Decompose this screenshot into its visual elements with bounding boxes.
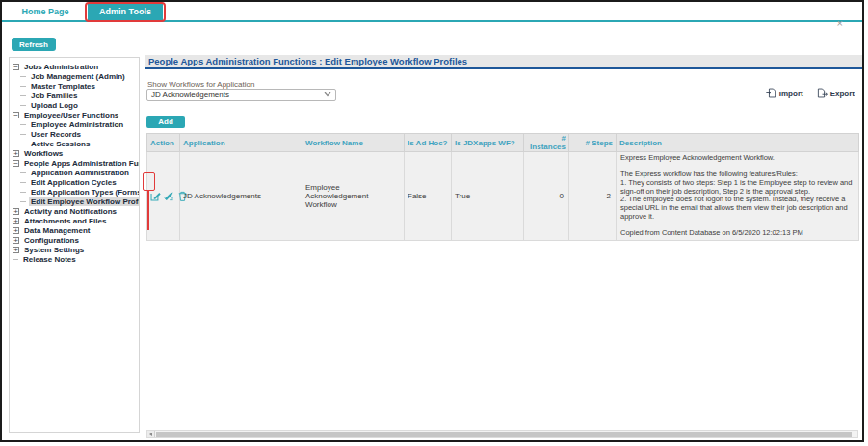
tab-underline (2, 20, 862, 22)
sidebar-item-release-notes[interactable]: Release Notes (10, 254, 139, 264)
tree-connector (20, 124, 26, 125)
sidebar-item-label: Application Administration (29, 169, 131, 177)
tree-connector (20, 144, 26, 144)
sidebar-item-label: Job Management (Admin) (29, 72, 127, 81)
sidebar-item-edit-employee-workflow-profiles[interactable]: Edit Employee Workflow Profiles (10, 197, 139, 206)
steps-cell: 2 (569, 152, 617, 241)
is-jdxapps-wf-cell: True (452, 152, 524, 241)
refresh-button[interactable]: Refresh (12, 38, 56, 51)
sidebar-item-employee-administration[interactable]: Employee Administration (10, 119, 139, 129)
tree-expand-icon[interactable]: + (13, 227, 19, 234)
sidebar-item-configurations[interactable]: + Configurations (10, 235, 139, 245)
application-select[interactable]: JD Acknowledgements (146, 89, 336, 101)
application-select-value: JD Acknowledgements (151, 91, 229, 99)
tree-collapse-icon[interactable]: − (13, 160, 19, 167)
sidebar-item-application-administration[interactable]: Application Administration (10, 168, 139, 177)
column-header-steps: # Steps (569, 134, 617, 152)
sidebar-item-label: Jobs Administration (22, 63, 100, 71)
tree-connector (20, 86, 26, 87)
tree-connector (20, 201, 26, 202)
sidebar-item-label: Master Templates (29, 82, 97, 91)
export-icon (817, 88, 828, 100)
sidebar-item-label: Workflows (22, 149, 65, 158)
sidebar-item-system-settings[interactable]: + System Settings (10, 245, 139, 254)
tree-collapse-icon[interactable]: − (13, 112, 19, 118)
tree-connector (20, 95, 26, 96)
sidebar-item-people-apps-administration-functions[interactable]: − People Apps Administration Functions (10, 158, 139, 168)
sidebar-item-label: System Settings (22, 246, 86, 254)
tree-connector (20, 192, 26, 193)
sidebar-item-label: Edit Employee Workflow Profiles (29, 197, 140, 206)
tree-connector (20, 105, 26, 106)
import-button[interactable]: Import (766, 88, 803, 100)
sidebar-item-activity-and-notifications[interactable]: + Activity and Notifications (10, 206, 139, 216)
scroll-left-button[interactable] (147, 431, 155, 437)
close-icon[interactable]: × (837, 18, 843, 29)
column-header-instances: # Instances (524, 134, 569, 152)
sidebar-item-label: User Records (29, 130, 83, 139)
tree-connector (20, 76, 26, 77)
sidebar-item-attachments-and-files[interactable]: + Attachments and Files (10, 216, 139, 225)
tree-collapse-icon[interactable]: − (13, 64, 19, 70)
instances-cell: 0 (524, 152, 569, 241)
application-cell: JD Acknowledgements (180, 152, 302, 241)
design-workflow-icon[interactable] (164, 191, 174, 201)
add-button[interactable]: Add (146, 116, 185, 128)
main-panel: People Apps Administration Functions : E… (145, 55, 862, 440)
column-header-application: Application (180, 134, 302, 152)
tree-connector (13, 259, 18, 260)
tree-expand-icon[interactable]: + (13, 218, 19, 224)
sidebar-item-user-records[interactable]: User Records (10, 129, 139, 139)
sidebar-item-data-management[interactable]: + Data Management (10, 225, 139, 235)
sidebar-item-label: Data Management (22, 226, 92, 235)
export-label: Export (830, 90, 855, 98)
sidebar-item-workflows[interactable]: + Workflows (10, 148, 139, 158)
workflows-table: Action Application Workflow Name Is Ad H… (146, 133, 859, 241)
sidebar-item-label: Release Notes (21, 255, 78, 264)
sidebar-item-label: Job Families (29, 92, 79, 100)
sidebar-item-jobs-administration[interactable]: − Jobs Administration (10, 62, 139, 71)
scrollbar-thumb[interactable] (156, 432, 852, 437)
import-icon (766, 88, 776, 100)
tree-expand-icon[interactable]: + (13, 208, 19, 215)
edit-icon[interactable] (150, 191, 161, 201)
horizontal-scrollbar[interactable] (146, 430, 858, 438)
column-header-workflow-name: Workflow Name (302, 134, 405, 152)
workflow-name-cell: Employee Acknowledgement Workflow (302, 152, 405, 241)
sidebar-item-label: Upload Logo (29, 101, 80, 110)
tree-expand-icon[interactable]: + (13, 237, 19, 244)
tree-expand-icon[interactable]: + (13, 150, 19, 157)
sidebar-item-edit-application-types-forms[interactable]: Edit Application Types (Forms) (10, 187, 139, 197)
tab-admin-tools[interactable]: Admin Tools (88, 4, 163, 20)
description-cell: Express Employee Acknowledgement Workflo… (617, 152, 859, 241)
tree-expand-icon[interactable]: + (13, 247, 19, 253)
sidebar-tree: − Jobs Administration Job Management (Ad… (9, 57, 140, 433)
tree-connector (20, 172, 26, 173)
page-title: People Apps Administration Functions : E… (145, 55, 862, 69)
sidebar-item-job-families[interactable]: Job Families (10, 91, 139, 100)
sidebar-item-label: Active Sessions (29, 140, 92, 148)
table-row: JD Acknowledgements Employee Acknowledge… (147, 152, 859, 241)
sidebar-item-job-management-admin[interactable]: Job Management (Admin) (10, 71, 139, 81)
is-ad-hoc-cell: False (405, 152, 452, 241)
sidebar-item-label: Edit Application Types (Forms) (29, 188, 140, 197)
sidebar-item-master-templates[interactable]: Master Templates (10, 81, 139, 91)
tree-connector (20, 182, 26, 183)
import-label: Import (779, 90, 803, 98)
sidebar-item-label: Activity and Notifications (22, 207, 118, 216)
filter-label: Show Workflows for Application (147, 80, 254, 89)
sidebar-item-edit-application-cycles[interactable]: Edit Application Cycles (10, 177, 139, 187)
export-button[interactable]: Export (817, 88, 855, 100)
sidebar-item-label: People Apps Administration Functions (22, 159, 140, 168)
sidebar-item-employee-user-functions[interactable]: − Employee/User Functions (10, 110, 139, 119)
sidebar-item-active-sessions[interactable]: Active Sessions (10, 139, 139, 148)
sidebar-item-label: Attachments and Files (22, 217, 108, 225)
sidebar-item-upload-logo[interactable]: Upload Logo (10, 100, 139, 110)
chevron-down-icon (324, 91, 331, 99)
tab-home-page[interactable]: Home Page (7, 4, 84, 20)
table-header-row: Action Application Workflow Name Is Ad H… (147, 134, 859, 152)
column-header-is-jdxapps-wf: Is JDXapps WF? (452, 134, 524, 152)
sidebar-item-label: Configurations (22, 236, 81, 245)
action-cell (147, 152, 180, 241)
sidebar-item-label: Edit Application Cycles (29, 178, 118, 187)
